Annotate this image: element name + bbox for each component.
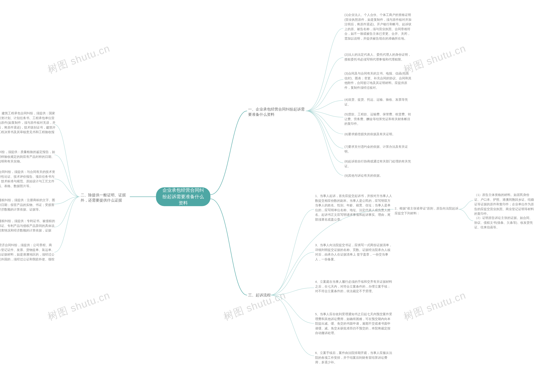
b2-leaf-5: (5)专利侵权纠纷，须提供：专利证书、被侵权的实物、书证、专利产品与侵权产品异同… — [0, 219, 56, 238]
watermark: 树图 shutu.cn — [46, 288, 112, 323]
b1-leaf-4: (4)送货、提货、托运、运输、验收、发票等凭证。 — [344, 97, 411, 107]
connector-lines — [0, 0, 536, 392]
b1-leaf-7: (7)要求支付违约金的依据、计算办法及有关证明。 — [344, 145, 411, 154]
b3-leaf-2b: （2）证明原告诉讼主张的证据。如合同、协议、债权文书(借条、欠条等)、收发货凭证… — [474, 215, 535, 230]
b1-leaf-6: (6)要求赔偿损失的依据及有关证明。 — [344, 132, 411, 137]
branch-3-title: 三、起诉流程 — [248, 293, 273, 298]
b3-leaf-2-title: 2、根据"谁主张谁举证"原则，原告向法院起诉应提交下列材料： — [395, 206, 460, 215]
b3-leaf-6: 6、立案手续后，案件由法院排期开庭，当事人应服从法院的各项工作安排，并于结案后到… — [315, 350, 393, 365]
b3-leaf-5: 5、当事人应在收到受理通知书之日起七天内预交案件受理费和其他诉讼费用，如确有困难… — [315, 312, 393, 336]
center-topic: 企业承包经营合同纠纷起诉需要准备什么资料 — [156, 187, 210, 206]
b2-leaf-3: (3)技术合同纠纷，须提供：与合同有关的技术资料、可行性论证、技术评价报告、项目… — [0, 169, 56, 188]
b1-leaf-3: (3)合同及与合同有关的文书、电报、信函(包括信封)、图表；变更、补充合同的协议… — [344, 71, 411, 90]
branch-2-title: 二、除提供一般证明、证据外，还需要提供什么证据 — [81, 192, 133, 203]
b3-leaf-3: 3、当事人向法院提交书证，应填写一式两份证据清单，详细列明提交证据的名称、页数。… — [315, 243, 393, 262]
b2-leaf-1: (1)建设、建筑工程承包合同纠纷，须提供：国家批准的投资计划、计划任务书、工程承… — [0, 111, 56, 139]
b1-leaf-9: (9)其他与诉讼有关的依据。 — [344, 173, 411, 178]
b1-leaf-5: (5)货款、工程款、运输费、保管费、租赁费、转让费、劳务费、酬金等结算凭证和有关… — [344, 112, 411, 126]
b3-leaf-4: 4、立案庭在当事人履行必须的手续和交齐有关证据材料之后，在七天内，对符合立案条件… — [315, 279, 393, 294]
b2-leaf-4: (4)商标侵权纠纷，须提供：注册商标的文字、图形和核准日期；假冒产品的实物、书证… — [0, 198, 56, 212]
watermark: 树图 shutu.cn — [402, 288, 468, 323]
b1-leaf-2: (2)法人的法定代表人、委托代理人的身份证明，授权委托书必须写明代理事项和代理权… — [344, 52, 411, 62]
branch-1-title: 一、企业承包经营合同纠纷起诉需要准备什么资料 — [248, 107, 307, 117]
b1-leaf-1: (1)企业法人、个人合伙、个体工商户的资格证明(营业执照原件，如是复制件，须与原… — [344, 13, 411, 41]
b3-leaf-2a: （1）原告主体资格的材料。如居民身份证、户口本、护照、港澳同胞回乡证、结婚证等证… — [474, 192, 535, 216]
b2-leaf-2: (2)质量纠纷，须提供：质量检验的鉴定报告，如有产品封样验收规定的则应有产品封样… — [0, 150, 56, 164]
b1-leaf-8: (8)起诉前自行协商或通过有关部门处理的有关凭证。 — [344, 159, 411, 168]
b3-leaf-1: 1、当事人起诉，首先应提交起诉书，并按对方当事人人数提交相应份数的副本。当事人是… — [315, 194, 393, 222]
watermark: 树图 shutu.cn — [402, 42, 468, 76]
b2-leaf-6: (6)涉外经济合同纠纷，须提供：公司章程、商业、税务登记证件、发票、货物提单、装… — [0, 243, 56, 266]
watermark: 树图 shutu.cn — [46, 42, 112, 76]
